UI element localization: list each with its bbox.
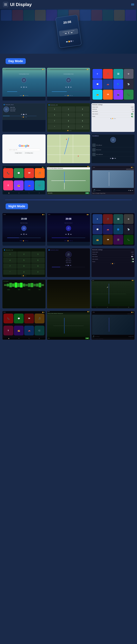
google-search-button[interactable]: Google Search (14, 152, 23, 154)
night-key-5[interactable]: 5 (17, 258, 31, 263)
nav-icon[interactable] (131, 4, 134, 5)
app-music[interactable]: 🎵 (103, 69, 113, 79)
night-next-1[interactable]: ⏭ (26, 234, 27, 235)
carplay-podcast[interactable]: 🎙 (3, 180, 13, 190)
app-settings[interactable]: ⚙ (124, 69, 134, 79)
night-bt-prev[interactable]: ⏮ (66, 264, 67, 266)
night-nav-go-button[interactable]: GO (85, 338, 89, 339)
night-app-telegram[interactable]: ✈ (92, 214, 102, 224)
night-prev-1[interactable]: ⏮ (21, 234, 22, 235)
eq-band-3[interactable]: HIGH (28, 289, 31, 290)
carplay-waze[interactable]: 🚗 (24, 180, 34, 190)
night-bt-play[interactable]: ▶ (68, 264, 69, 266)
night-cp-messages[interactable]: 💬 (14, 314, 24, 324)
night-np-play[interactable]: ▶ (130, 336, 132, 337)
night-cp-spotify[interactable]: 🎼 (34, 326, 44, 336)
app-maps[interactable]: 🗺 (103, 90, 113, 100)
night-key-4[interactable]: 4 (3, 258, 17, 263)
key-4[interactable]: 4 (48, 112, 61, 118)
night-np-next[interactable]: ⏭ (132, 336, 134, 337)
night-app-photos[interactable]: 🖼 (113, 214, 123, 224)
night-play-1[interactable]: ⏸ (23, 233, 25, 235)
night-app-radio[interactable]: 📻 (92, 235, 102, 245)
hero-play-button[interactable]: ⏸ (68, 32, 70, 34)
night-next-2[interactable]: ⏭ (70, 234, 72, 235)
google-lucky-button[interactable]: I'm Feeling Lucky (24, 152, 34, 154)
carplay-phone[interactable]: 📞 (3, 168, 13, 178)
night-toggle-flower[interactable] (131, 261, 134, 262)
day-play-2[interactable]: ⏸ (68, 86, 70, 88)
key-5[interactable]: 5 (62, 112, 75, 118)
night-cp-podcast[interactable]: 🎙 (4, 326, 13, 336)
night-app-bt2[interactable]: 📡 (124, 224, 134, 234)
night-play-2[interactable]: ⏸ (68, 233, 70, 235)
app-bt2[interactable]: 📡 (124, 79, 134, 89)
night-nav-zoom-in[interactable]: + (97, 307, 97, 308)
night-key-2[interactable]: 2 (17, 252, 31, 257)
eq-band-2[interactable]: MID (18, 289, 20, 290)
day-bt-prev[interactable]: ⏮ (21, 114, 22, 115)
night-app-wechat[interactable]: 💬 (92, 224, 102, 234)
night-np-prev[interactable]: ⏮ (128, 336, 130, 337)
night-toggle-auto-connect[interactable] (131, 258, 134, 260)
night-app-bt[interactable]: 🔵 (113, 224, 123, 234)
toggle-flower[interactable] (131, 116, 134, 117)
app-vehicle[interactable]: 🚗 (103, 79, 113, 89)
night-nav-center[interactable]: ◎ (107, 307, 108, 308)
np-play[interactable]: ▶ (130, 190, 131, 191)
night-key-9[interactable]: 9 (31, 264, 45, 269)
social-item-2[interactable]: 华乐_好.mp3 (92, 148, 134, 152)
night-app-media[interactable]: 🎬 (113, 235, 123, 245)
night-key-8[interactable]: 8 (17, 264, 31, 269)
eq-band-4[interactable]: VOL (38, 289, 41, 290)
app-phone[interactable]: 📞 (124, 90, 134, 100)
night-key-1[interactable]: 1 (3, 252, 17, 257)
night-nav-north[interactable]: N↑ (128, 307, 130, 308)
night-key-hash[interactable]: # (31, 269, 45, 275)
app-radio[interactable]: 📻 (92, 90, 102, 100)
google-search-bar[interactable]: Search or type URL (8, 149, 40, 151)
carplay-spotify[interactable]: 🎼 (35, 180, 44, 190)
eq-band-1[interactable]: BASS (7, 289, 10, 290)
key-7[interactable]: 7 (48, 118, 61, 124)
night-app-phone[interactable]: 📞 (124, 235, 134, 245)
night-cp-maps[interactable]: 🗺 (24, 314, 34, 324)
night-toggle-auto-answer[interactable] (131, 256, 134, 257)
day-prev-2[interactable]: ⏮ (65, 86, 67, 88)
toggle-auto-answer[interactable] (131, 111, 134, 112)
social-play[interactable]: ▶ (112, 157, 114, 159)
app-media[interactable]: 🎬 (113, 90, 123, 100)
app-telegram[interactable]: ✈ (92, 69, 102, 79)
social-item-3[interactable]: 华乐_狂龙王.mp3 (92, 152, 134, 156)
day-next-2[interactable]: ⏭ (70, 86, 72, 88)
night-cp-waze[interactable]: 🚗 (24, 326, 34, 336)
key-1[interactable]: 1 (48, 106, 61, 112)
night-key-0[interactable]: 0 (17, 269, 31, 275)
app-wechat[interactable]: 💬 (92, 79, 102, 89)
night-nav-zoom-out[interactable]: − (118, 307, 118, 308)
key-star[interactable]: * (48, 124, 61, 130)
night-app-music[interactable]: 🎵 (103, 214, 113, 224)
day-play-1[interactable]: ⏸ (23, 86, 25, 88)
carplay-music[interactable]: 🎵 (35, 168, 44, 178)
np-next[interactable]: ⏭ (132, 190, 133, 191)
key-3[interactable]: 3 (76, 106, 89, 112)
day-prev-1[interactable]: ⏮ (21, 86, 22, 88)
night-key-3[interactable]: 3 (31, 252, 45, 257)
day-bt-next[interactable]: ⏭ (26, 114, 27, 115)
night-app-maps[interactable]: 🗺 (103, 235, 113, 245)
night-cp-music[interactable]: 🎵 (34, 314, 44, 324)
key-hash[interactable]: # (76, 124, 89, 130)
night-app-settings[interactable]: ⚙ (124, 214, 134, 224)
app-bluetooth[interactable]: 🔵 (113, 79, 123, 89)
night-prev-2[interactable]: ⏮ (65, 234, 67, 235)
key-6[interactable]: 6 (76, 112, 89, 118)
day-next-1[interactable]: ⏭ (26, 86, 27, 88)
night-key-star[interactable]: * (3, 269, 17, 275)
day-bt-play[interactable]: ▶ (23, 113, 25, 116)
carplay-messages[interactable]: 💬 (14, 168, 24, 178)
social-next[interactable]: ⏭ (115, 158, 116, 159)
night-bt-next[interactable]: ⏭ (70, 264, 72, 266)
night-key-6[interactable]: 6 (31, 258, 45, 263)
hero-prev-button[interactable]: ⏮ (64, 32, 67, 34)
